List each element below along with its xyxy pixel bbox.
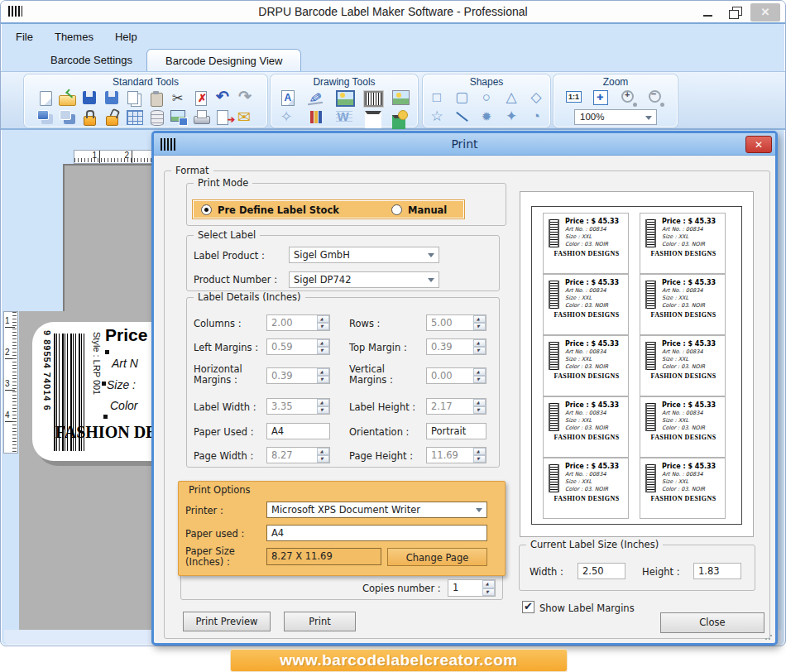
width-field[interactable]: 2.50 (578, 563, 625, 579)
watermark-icon[interactable] (333, 108, 356, 127)
delete-icon[interactable] (190, 89, 213, 108)
copies-number-field[interactable]: 1 (448, 579, 496, 597)
columns-field[interactable]: 2.00 (266, 314, 330, 331)
close-icon[interactable] (750, 3, 780, 22)
menu-help[interactable]: Help (115, 31, 137, 43)
text-document-icon[interactable] (277, 89, 300, 108)
pie-icon[interactable] (525, 108, 548, 127)
menu-file[interactable]: File (16, 31, 33, 43)
spin-up-icon[interactable] (473, 399, 486, 406)
radio-pre-define-label-stock[interactable] (201, 204, 212, 215)
spin-up-icon[interactable] (473, 368, 486, 376)
page-width-field[interactable]: 8.27 (266, 447, 330, 463)
restore-icon[interactable] (724, 3, 745, 22)
zoom-out-icon[interactable] (645, 89, 668, 108)
barcode-icon[interactable] (362, 89, 384, 108)
print-preview-button[interactable]: Print Preview (183, 612, 271, 631)
select-frame-icon[interactable] (362, 108, 384, 127)
spin-up-icon[interactable] (482, 580, 495, 588)
spin-down-icon[interactable] (317, 347, 329, 354)
send-to-back-icon[interactable] (56, 108, 79, 127)
radio-manual[interactable] (391, 204, 402, 215)
rows-field[interactable]: 5.00 (426, 314, 486, 331)
change-page-button[interactable]: Change Page (387, 548, 487, 566)
top-margin-field[interactable]: 0.39 (426, 338, 486, 355)
resize-grip[interactable] (764, 632, 773, 641)
paper-size-field[interactable]: 8.27 X 11.69 (266, 548, 381, 565)
spin-down-icon[interactable] (317, 376, 329, 383)
save-icon[interactable] (79, 89, 101, 108)
radio-manual-label[interactable]: Manual (408, 204, 447, 216)
burst-icon[interactable] (476, 108, 498, 127)
spin-up-icon[interactable] (317, 339, 329, 347)
spin-up-icon[interactable] (317, 399, 329, 406)
label-product-select[interactable]: Sigel GmbH (289, 247, 439, 263)
rounded-rectangle-icon[interactable] (451, 89, 473, 108)
export-document-icon[interactable] (213, 108, 235, 127)
shape-gallery-icon[interactable] (390, 108, 412, 127)
library-icon[interactable] (305, 108, 328, 127)
spin-up-icon[interactable] (473, 448, 486, 455)
spin-down-icon[interactable] (317, 406, 329, 414)
open-folder-icon[interactable] (56, 89, 79, 108)
horizontal-margins-field[interactable]: 0.39 (266, 367, 330, 384)
diamond-icon[interactable] (525, 89, 548, 108)
paper-used-option-field[interactable]: A4 (266, 525, 487, 541)
tab-barcode-settings[interactable]: Barcode Settings (32, 49, 151, 71)
spin-up-icon[interactable] (317, 315, 329, 323)
zoom-level-select[interactable]: 100% (574, 109, 657, 125)
spin-down-icon[interactable] (473, 323, 486, 330)
pen-icon[interactable] (305, 89, 328, 108)
spin-down-icon[interactable] (473, 406, 486, 414)
menu-themes[interactable]: Themes (55, 31, 93, 43)
paper-used-field[interactable]: A4 (266, 423, 330, 439)
save-as-icon[interactable] (101, 89, 123, 108)
rectangle-icon[interactable] (426, 89, 448, 108)
fit-view-icon[interactable] (591, 89, 613, 108)
height-field[interactable]: 1.83 (693, 563, 741, 579)
product-number-select[interactable]: Sigel DP742 (289, 271, 439, 288)
lock-icon[interactable] (79, 108, 101, 127)
ellipse-icon[interactable] (476, 89, 498, 108)
vertical-margins-field[interactable]: 0.00 (426, 367, 486, 384)
one-to-one-icon[interactable] (563, 89, 586, 108)
redo-icon[interactable] (235, 89, 257, 108)
spin-up-icon[interactable] (473, 339, 486, 347)
cut-icon[interactable] (168, 89, 190, 108)
minimize-icon[interactable] (697, 3, 719, 22)
label-width-field[interactable]: 3.35 (266, 398, 330, 415)
database-icon[interactable] (146, 108, 168, 127)
print-icon[interactable] (190, 108, 213, 127)
website-banner[interactable]: www.barcodelabelcreator.com (230, 649, 568, 672)
radio-pre-define-label[interactable]: Pre Define Label Stock (218, 204, 339, 216)
new-document-icon[interactable] (34, 89, 56, 108)
spin-down-icon[interactable] (317, 455, 329, 463)
four-point-star-icon[interactable] (501, 108, 523, 127)
spin-down-icon[interactable] (473, 347, 486, 354)
show-label-margins-checkbox[interactable] (522, 601, 534, 613)
dialog-close-icon[interactable] (745, 136, 772, 153)
line-icon[interactable] (451, 108, 473, 127)
left-margins-field[interactable]: 0.59 (266, 338, 330, 355)
custom-shape-icon[interactable] (277, 108, 300, 127)
image-export-icon[interactable] (168, 108, 190, 127)
tab-barcode-designing-view[interactable]: Barcode Designing View (146, 49, 301, 71)
email-icon[interactable] (235, 108, 257, 127)
print-button[interactable]: Print (284, 612, 356, 631)
paste-icon[interactable] (146, 89, 168, 108)
triangle-icon[interactable] (501, 89, 523, 108)
zoom-in-icon[interactable] (618, 89, 640, 108)
close-button[interactable]: Close (660, 612, 764, 633)
label-height-field[interactable]: 2.17 (426, 398, 486, 415)
image-frame-icon[interactable] (390, 89, 412, 108)
spin-up-icon[interactable] (317, 368, 329, 376)
picture-icon[interactable] (333, 89, 356, 108)
orientation-field[interactable]: Portrait (426, 423, 486, 439)
grid-icon[interactable] (123, 108, 146, 127)
spin-down-icon[interactable] (473, 376, 486, 383)
spin-up-icon[interactable] (317, 448, 329, 455)
bring-to-front-icon[interactable] (34, 108, 56, 127)
spin-down-icon[interactable] (317, 323, 329, 330)
copy-icon[interactable] (123, 89, 146, 108)
spin-down-icon[interactable] (482, 588, 495, 597)
